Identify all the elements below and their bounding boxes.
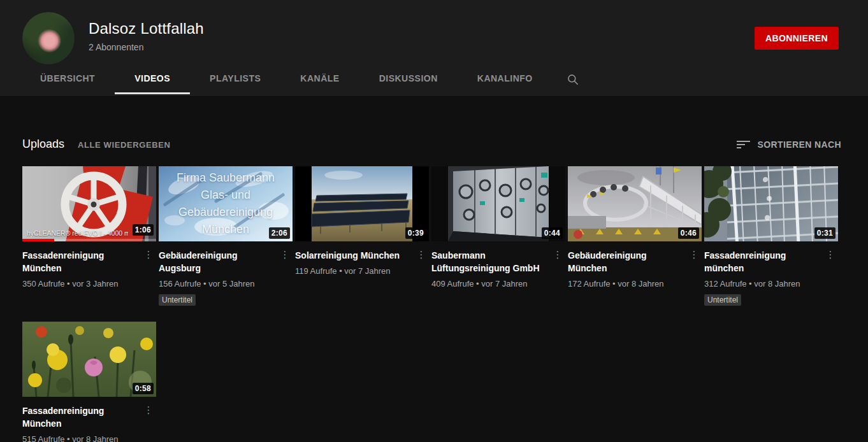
kebab-menu-icon: ⋮ [144,249,154,260]
subtitles-badge: Untertitel [159,294,196,306]
subscriber-count: 2 Abonnenten [89,42,204,52]
video-menu-button[interactable]: ⋮ [414,249,429,262]
video-title[interactable]: Gebäudereinigung Augsburg [159,249,277,274]
video-meta: 515 Aufrufe • vor 8 Jahren [22,434,156,442]
channel-avatar [22,12,75,64]
sort-button[interactable]: SORTIEREN NACH [737,139,841,150]
duration-badge: 1:06 [133,224,154,236]
video-menu-button[interactable]: ⋮ [823,249,838,274]
thumbnail[interactable]: 0:44 [431,166,565,241]
tab-kanaele[interactable]: KANÄLE [280,64,359,94]
video-title[interactable]: Fassadenreinigung München [22,249,141,274]
duration-badge: 0:31 [814,227,835,239]
video-card: 0:31 Fassadenreinigung münchen ⋮ 312 Auf… [704,166,838,306]
kebab-menu-icon: ⋮ [690,249,699,260]
video-grid: hyCLEANER® red EVO I - 4000 m² 1:06 Fass… [22,166,841,442]
duration-badge: 0:39 [405,227,426,239]
video-menu-button[interactable]: ⋮ [277,249,293,274]
kebab-menu-icon: ⋮ [417,249,426,260]
video-card: Firma Saubermann Glas- und Gebäudereinig… [159,166,293,306]
tab-videos[interactable]: VIDEOS [115,64,190,94]
uploads-title: Uploads [22,138,64,151]
video-menu-button[interactable]: ⋮ [141,404,156,430]
thumbnail[interactable]: 0:31 [704,166,838,241]
video-meta: 312 Aufrufe • vor 8 Jahren [704,279,838,289]
tab-playlists[interactable]: PLAYLISTS [190,64,280,94]
video-meta: 172 Aufrufe • vor 8 Jahren [568,279,702,289]
watch-progress-bar [22,239,156,241]
video-menu-button[interactable]: ⋮ [141,249,156,274]
kebab-menu-icon: ⋮ [826,249,835,260]
channel-tab-strip: ÜBERSICHT VIDEOS PLAYLISTS KANÄLE DISKUS… [0,64,868,94]
video-meta: 119 Aufrufe • vor 7 Jahren [295,266,429,276]
subtitles-badge: Untertitel [704,294,741,306]
play-all-link[interactable]: ALLE WIEDERGEBEN [78,139,170,150]
uploads-bar: Uploads ALLE WIEDERGEBEN SORTIEREN NACH [22,138,841,151]
channel-name: Dalsoz Lottfallah [89,20,204,38]
duration-badge: 0:58 [133,383,154,394]
video-menu-button[interactable]: ⋮ [550,249,565,274]
video-meta: 409 Aufrufe • vor 7 Jahren [431,279,565,289]
video-title[interactable]: Fassadenreinigung München [22,404,141,430]
video-title[interactable]: Saubermann Lüftungsreinigung GmbH [431,249,550,274]
channel-header: Dalsoz Lottfallah 2 Abonnenten ABONNIERE… [0,0,868,97]
subscribe-button[interactable]: ABONNIEREN [755,27,839,50]
kebab-menu-icon: ⋮ [553,249,563,260]
video-title[interactable]: Solarreinigung München [295,249,414,262]
video-card: 0:58 Fassadenreinigung München ⋮ 515 Auf… [22,322,156,442]
video-title[interactable]: Fassadenreinigung münchen [704,249,823,274]
video-card: 0:46 Gebäudereinigung München ⋮ 172 Aufr… [568,166,702,306]
duration-badge: 0:46 [678,227,699,239]
kebab-menu-icon: ⋮ [280,249,290,260]
duration-badge: 2:06 [269,227,290,239]
video-meta: 156 Aufrufe • vor 5 Jahren [159,279,293,289]
channel-search-button[interactable] [553,64,593,94]
video-meta: 350 Aufrufe • vor 3 Jahren [22,279,156,289]
video-card: 0:39 Solarreinigung München ⋮ 119 Aufruf… [295,166,429,306]
search-icon [567,73,579,86]
duration-badge: 0:44 [542,227,563,239]
thumbnail[interactable]: 0:58 [22,322,156,397]
tab-diskussion[interactable]: DISKUSSION [359,64,458,94]
thumbnail-caption: hyCLEANER® red EVO I - 4000 m² [27,229,128,237]
video-menu-button[interactable]: ⋮ [686,249,702,274]
tab-uebersicht[interactable]: ÜBERSICHT [20,64,115,94]
sort-button-label: SORTIEREN NACH [757,139,841,150]
sort-icon [737,139,751,150]
video-card: 0:44 Saubermann Lüftungsreinigung GmbH ⋮… [431,166,565,306]
thumbnail[interactable]: hyCLEANER® red EVO I - 4000 m² 1:06 [22,166,156,241]
thumbnail[interactable]: Firma Saubermann Glas- und Gebäudereinig… [159,166,293,241]
tab-kanalinfo[interactable]: KANALINFO [458,64,553,94]
thumbnail[interactable]: 0:46 [568,166,702,241]
thumbnail[interactable]: 0:39 [295,166,429,241]
kebab-menu-icon: ⋮ [144,404,154,415]
video-title[interactable]: Gebäudereinigung München [568,249,686,274]
video-card: hyCLEANER® red EVO I - 4000 m² 1:06 Fass… [22,166,156,306]
